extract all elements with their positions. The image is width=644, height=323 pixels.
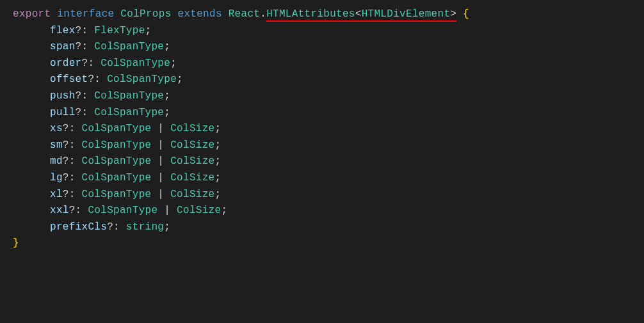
optional-marker: ?:: [76, 41, 95, 52]
prop-name: pull: [50, 107, 76, 118]
type-reference: ColSpanType: [82, 123, 152, 134]
union-operator: |: [157, 205, 177, 216]
semicolon: ;: [221, 205, 227, 216]
prop-line: push?: ColSpanType;: [13, 88, 631, 105]
type-reference: ColSize: [170, 189, 214, 200]
semicolon: ;: [214, 123, 221, 134]
keyword-interface: interface: [57, 8, 114, 20]
type-reference: FlexType: [94, 25, 145, 36]
semicolon: ;: [214, 139, 221, 151]
semicolon: ;: [145, 25, 152, 36]
semicolon: ;: [164, 41, 170, 52]
prop-name: md: [50, 155, 63, 167]
semicolon: ;: [214, 172, 221, 184]
generic-open: <: [355, 8, 362, 20]
prop-name: xl: [50, 189, 63, 200]
type-reference: ColSpanType: [101, 58, 170, 69]
optional-marker: ?:: [76, 25, 95, 36]
optional-marker: ?:: [88, 74, 107, 85]
generic-type: HTMLDivElement: [362, 8, 451, 20]
namespace: React: [229, 8, 261, 20]
semicolon: ;: [214, 155, 221, 167]
prop-line: xs?: ColSpanType | ColSize;: [13, 121, 631, 138]
union-operator: |: [151, 123, 170, 134]
prop-line: prefixCls?: string;: [13, 219, 631, 236]
semicolon: ;: [164, 90, 170, 102]
prop-line: xl?: ColSpanType | ColSize;: [13, 187, 631, 203]
type-reference: ColSpanType: [82, 189, 152, 200]
optional-marker: ?:: [69, 205, 88, 216]
line-close: }: [13, 235, 631, 252]
dot: .: [260, 8, 266, 20]
union-operator: |: [151, 172, 170, 184]
type-reference: ColSpanType: [88, 205, 157, 216]
interface-name: ColProps: [120, 8, 171, 20]
type-reference: ColSpanType: [94, 107, 164, 118]
prop-name: span: [50, 41, 76, 52]
semicolon: ;: [164, 107, 170, 118]
prop-name: xs: [50, 123, 63, 134]
prop-line: pull?: ColSpanType;: [13, 105, 631, 122]
optional-marker: ?:: [63, 123, 82, 134]
prop-line: md?: ColSpanType | ColSize;: [13, 154, 631, 170]
optional-marker: ?:: [63, 189, 82, 200]
type-reference: ColSpanType: [94, 41, 164, 52]
keyword-export: export: [13, 8, 51, 20]
prop-line: order?: ColSpanType;: [13, 56, 631, 72]
prop-name: push: [50, 90, 76, 102]
prop-line: flex?: FlexType;: [13, 23, 631, 40]
prop-line: lg?: ColSpanType | ColSize;: [13, 170, 631, 187]
type-reference: ColSize: [170, 172, 214, 184]
optional-marker: ?:: [76, 90, 95, 102]
union-operator: |: [151, 139, 170, 151]
prop-name: xxl: [50, 205, 69, 216]
type-reference: string: [126, 221, 164, 233]
prop-name: flex: [50, 25, 76, 36]
type-reference: ColSize: [170, 123, 214, 134]
line-declaration: export interface ColProps extends React.…: [13, 6, 631, 23]
prop-name: lg: [50, 172, 63, 184]
code-block: export interface ColProps extends React.…: [13, 6, 631, 252]
prop-name: offset: [50, 74, 88, 85]
union-operator: |: [151, 155, 170, 167]
type-reference: ColSize: [177, 205, 221, 216]
optional-marker: ?:: [63, 139, 82, 151]
semicolon: ;: [177, 74, 183, 85]
open-brace: {: [463, 8, 469, 20]
close-brace: }: [13, 237, 19, 249]
type-reference: ColSize: [170, 139, 214, 151]
optional-marker: ?:: [107, 221, 126, 233]
optional-marker: ?:: [82, 58, 101, 69]
type-reference: ColSpanType: [94, 90, 164, 102]
prop-line: span?: ColSpanType;: [13, 39, 631, 56]
prop-line: offset?: ColSpanType;: [13, 72, 631, 88]
type-reference: ColSize: [170, 155, 214, 167]
base-type: HTMLAttributes: [266, 8, 355, 20]
type-reference: ColSpanType: [107, 74, 177, 85]
prop-line: xxl?: ColSpanType | ColSize;: [13, 203, 631, 219]
semicolon: ;: [170, 58, 177, 69]
prop-name: prefixCls: [50, 221, 107, 233]
prop-name: order: [50, 58, 82, 69]
union-operator: |: [151, 189, 170, 200]
optional-marker: ?:: [76, 107, 95, 118]
prop-name: sm: [50, 139, 63, 151]
optional-marker: ?:: [63, 172, 82, 184]
prop-line: sm?: ColSpanType | ColSize;: [13, 138, 631, 154]
type-reference: ColSpanType: [82, 139, 152, 151]
optional-marker: ?:: [63, 155, 82, 167]
semicolon: ;: [164, 221, 170, 233]
type-reference: ColSpanType: [82, 172, 152, 184]
semicolon: ;: [214, 189, 221, 200]
generic-close: >: [450, 8, 456, 20]
keyword-extends: extends: [177, 8, 221, 20]
error-underline-icon: [266, 20, 456, 22]
underlined-type: HTMLAttributes<HTMLDivElement>: [266, 8, 456, 20]
type-reference: ColSpanType: [82, 155, 152, 167]
